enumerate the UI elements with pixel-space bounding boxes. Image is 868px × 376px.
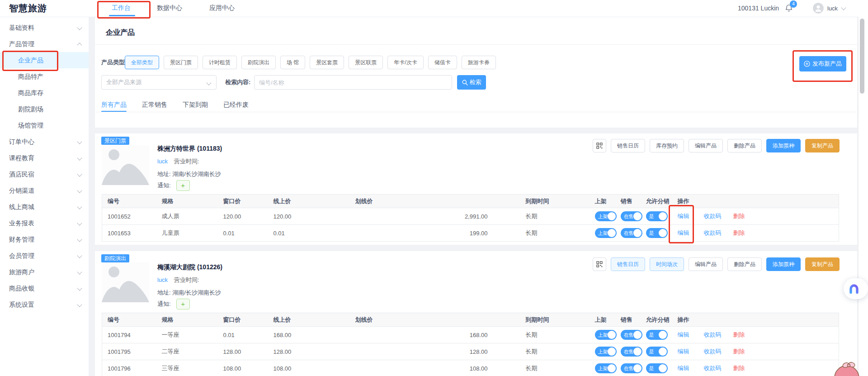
selling-toggle[interactable]: 在售 (621, 347, 642, 357)
type-filter-theater-show[interactable]: 剧院演出 (241, 56, 276, 69)
type-filter-timed-rental[interactable]: 计时租赁 (203, 56, 237, 69)
tab-all-products[interactable]: 所有产品 (101, 99, 127, 110)
sales-calendar-button[interactable]: 销售日历 (611, 139, 645, 152)
nav-tab-data-center[interactable]: 数据中心 (157, 0, 182, 16)
edit-product-button[interactable]: 编辑产品 (689, 139, 723, 152)
enterprise-products-page: { "header": { "logo": "智慧旅游", "nav": [ {… (0, 0, 868, 376)
delete-product-button[interactable]: 删除产品 (727, 257, 762, 271)
sidebar-item-distribution-channels[interactable]: 分销渠道 (0, 182, 89, 199)
expiry: 长期 (520, 327, 590, 343)
inventory-reservation-button[interactable]: 库存预约 (650, 139, 684, 152)
delete-link[interactable]: 删除 (733, 229, 745, 236)
allow-distribution-toggle[interactable]: 是 (646, 347, 668, 357)
sidebar-item-hotel-homestay[interactable]: 酒店民宿 (0, 166, 89, 182)
publish-new-product-button[interactable]: 发布新产品 (799, 56, 846, 71)
tab-voided[interactable]: 已经作废 (223, 99, 249, 110)
on-shelf-toggle[interactable]: 上架 (595, 347, 617, 357)
search-input[interactable] (254, 75, 452, 90)
sidebar-item-member-management[interactable]: 会员管理 (0, 247, 89, 264)
type-filter-combo-ticket[interactable]: 景区联票 (349, 56, 383, 69)
on-shelf-toggle[interactable]: 上架 (595, 363, 617, 373)
qr-code-button[interactable] (593, 139, 606, 152)
card-action-buttons: 销售日历 库存预约 编辑产品 删除产品 添加票种 复制产品 (593, 139, 840, 152)
sidebar-item-online-mall[interactable]: 线上商城 (0, 199, 89, 215)
add-notice-button[interactable]: + (176, 299, 190, 309)
search-button[interactable]: 检索 (457, 75, 486, 90)
edit-link[interactable]: 编辑 (678, 365, 689, 371)
scrollbar-thumb[interactable] (860, 19, 864, 94)
payment-code-link[interactable]: 收款码 (704, 365, 722, 371)
delete-link[interactable]: 删除 (733, 213, 745, 219)
window-price: 120.00 (218, 208, 268, 225)
chevron-down-icon (77, 269, 82, 274)
type-filter-all[interactable]: 全部类型 (125, 56, 159, 69)
edit-link[interactable]: 编辑 (678, 213, 689, 219)
allow-distribution-toggle[interactable]: 是 (646, 363, 668, 373)
sidebar-item-course-education[interactable]: 课程教育 (0, 150, 89, 166)
sidebar-item-system-settings[interactable]: 系统设置 (0, 296, 89, 313)
type-filter-scenic-ticket[interactable]: 景区门票 (164, 56, 198, 69)
selling-toggle[interactable]: 在售 (621, 211, 642, 221)
owner-link[interactable]: luck (157, 158, 168, 165)
edit-product-button[interactable]: 编辑产品 (689, 257, 723, 271)
add-ticket-type-button[interactable]: 添加票种 (766, 139, 801, 152)
on-shelf-toggle[interactable]: 上架 (595, 228, 617, 238)
assistant-widget[interactable] (844, 278, 868, 299)
on-shelf-toggle[interactable]: 上架 (595, 330, 617, 340)
payment-code-link[interactable]: 收款码 (704, 213, 722, 219)
sidebar-item-order-center[interactable]: 订单中心 (0, 133, 89, 150)
type-filter-scenic-package[interactable]: 景区套票 (310, 56, 344, 69)
user-avatar-icon (813, 3, 824, 14)
delete-link[interactable]: 删除 (733, 331, 745, 338)
type-filter-venue[interactable]: 场 馆 (280, 56, 305, 69)
edit-link[interactable]: 编辑 (678, 348, 689, 355)
allow-distribution-toggle[interactable]: 是 (646, 211, 668, 221)
edit-link[interactable]: 编辑 (678, 229, 689, 236)
owner-link[interactable]: luck (157, 276, 168, 283)
type-filter-travel-voucher[interactable]: 旅游卡券 (462, 56, 496, 69)
sidebar-item-goods-cashier[interactable]: 商品收银 (0, 280, 89, 296)
nav-tab-workbench[interactable]: 工作台 (112, 0, 131, 16)
nav-tab-app-center[interactable]: 应用中心 (209, 0, 235, 16)
sidebar-item-specialty-goods[interactable]: 商品特产 (0, 68, 89, 85)
sidebar-item-theaters[interactable]: 剧院剧场 (0, 101, 89, 117)
copy-product-button[interactable]: 复制产品 (805, 139, 840, 152)
selling-toggle[interactable]: 在售 (621, 363, 642, 373)
sidebar-item-enterprise-products[interactable]: 企业产品 (0, 52, 89, 68)
avatar[interactable] (813, 3, 824, 14)
sidebar-item-goods-inventory[interactable]: 商品库存 (0, 85, 89, 101)
mascot-widget[interactable] (833, 361, 863, 376)
selling-toggle[interactable]: 在售 (621, 330, 642, 340)
tab-normal-sale[interactable]: 正常销售 (142, 99, 167, 110)
on-shelf-toggle[interactable]: 上架 (595, 211, 617, 221)
time-sessions-button[interactable]: 时间场次 (650, 257, 684, 271)
allow-distribution-toggle[interactable]: 是 (646, 330, 668, 340)
delete-link[interactable]: 删除 (733, 348, 745, 355)
payment-code-link[interactable]: 收款码 (704, 348, 722, 355)
qr-code-icon (596, 143, 603, 149)
sidebar-item-basic-data[interactable]: 基础资料 (0, 19, 89, 36)
product-source-select[interactable]: 全部产品来源 (101, 75, 217, 90)
edit-link[interactable]: 编辑 (678, 331, 689, 338)
username-menu[interactable]: luck (827, 0, 838, 17)
payment-code-link[interactable]: 收款码 (704, 229, 722, 236)
selling-toggle[interactable]: 在售 (621, 228, 642, 238)
add-ticket-type-button[interactable]: 添加票种 (766, 257, 801, 271)
sidebar-item-venue-management[interactable]: 场馆管理 (0, 117, 89, 133)
sales-calendar-button[interactable]: 销售日历 (611, 257, 645, 271)
tab-off-shelf-expired[interactable]: 下架到期 (183, 99, 208, 110)
qr-code-button[interactable] (593, 257, 606, 271)
sidebar-item-product-management[interactable]: 产品管理 (0, 36, 89, 52)
sidebar-item-tourism-merchants[interactable]: 旅游商户 (0, 264, 89, 280)
type-filter-stored-value-card[interactable]: 储值卡 (428, 56, 457, 69)
allow-distribution-toggle[interactable]: 是 (646, 228, 668, 238)
sidebar-item-business-reports[interactable]: 业务报表 (0, 215, 89, 231)
delete-link[interactable]: 删除 (733, 365, 745, 371)
sidebar-item-finance-management[interactable]: 财务管理 (0, 231, 89, 247)
window-price: 0.01 (218, 327, 268, 343)
copy-product-button[interactable]: 复制产品 (805, 257, 840, 271)
delete-product-button[interactable]: 删除产品 (727, 139, 762, 152)
add-notice-button[interactable]: + (176, 180, 190, 191)
type-filter-annual-card[interactable]: 年卡/次卡 (387, 56, 423, 69)
payment-code-link[interactable]: 收款码 (704, 331, 722, 338)
